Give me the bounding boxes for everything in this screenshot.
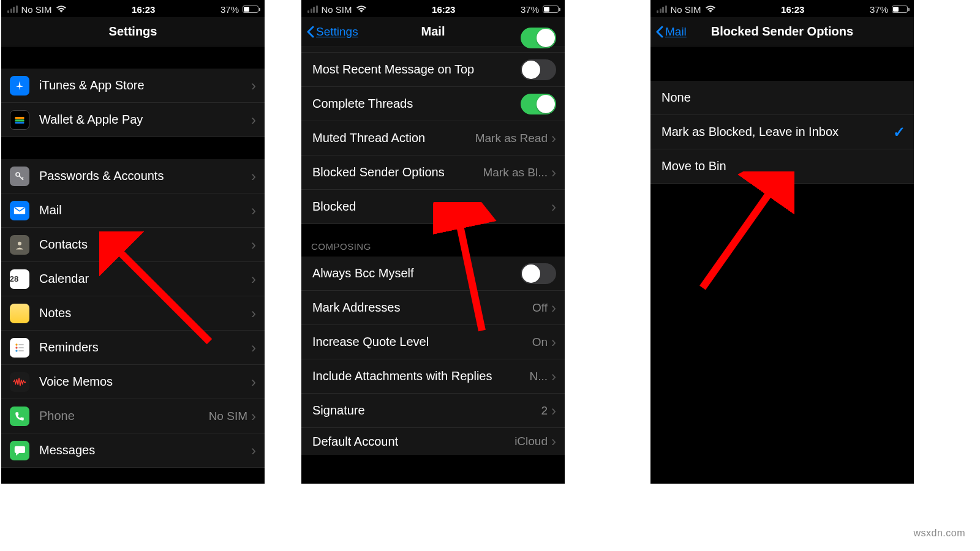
row-label: Include Attachments with Replies — [312, 369, 492, 383]
wallet-icon — [10, 110, 29, 130]
toggle-switch[interactable] — [521, 59, 556, 80]
option-none[interactable]: None — [650, 81, 914, 115]
row-value: On — [532, 335, 548, 349]
row-label: Notes — [39, 306, 71, 320]
cell-signal-icon — [657, 6, 667, 13]
row-complete-threads[interactable]: Complete Threads — [301, 87, 565, 121]
chevron-right-icon: › — [251, 340, 256, 355]
chevron-right-icon: › — [251, 238, 256, 252]
chevron-right-icon: › — [251, 169, 256, 184]
nav-bar: Settings — [1, 17, 265, 47]
clock: 16:23 — [781, 4, 804, 15]
status-bar: No SIM 16:23 37% — [650, 0, 914, 17]
chevron-left-icon — [306, 26, 315, 38]
row-label: Most Recent Message on Top — [312, 62, 474, 77]
row-label: Blocked — [312, 200, 356, 214]
battery-pct: 37% — [521, 4, 539, 15]
row-wallet-apple-pay[interactable]: Wallet & Apple Pay › — [1, 103, 265, 137]
calendar-icon: 28 — [10, 269, 29, 289]
row-label: Increase Quote Level — [312, 335, 429, 349]
row-label: Contacts — [39, 238, 88, 252]
row-label: Mail — [39, 203, 62, 217]
row-blocked-sender-options[interactable]: Blocked Sender Options Mark as Bl... › — [301, 156, 565, 190]
back-button[interactable]: Mail — [655, 25, 687, 39]
carrier-label: No SIM — [21, 4, 52, 15]
option-mark-leave-inbox[interactable]: Mark as Blocked, Leave in Inbox ✓ — [650, 115, 914, 149]
chevron-right-icon: › — [551, 200, 556, 214]
toggle-switch[interactable] — [521, 94, 556, 114]
chevron-right-icon: › — [551, 369, 556, 384]
svg-point-5 — [18, 241, 21, 245]
back-label: Settings — [316, 25, 358, 39]
row-mail[interactable]: Mail › — [1, 193, 265, 228]
svg-point-3 — [16, 173, 20, 176]
wifi-icon — [56, 5, 67, 13]
svg-line-14 — [703, 184, 776, 288]
svg-rect-2 — [15, 122, 24, 124]
row-muted-thread-action[interactable]: Muted Thread Action Mark as Read › — [301, 121, 565, 156]
row-label: Blocked Sender Options — [312, 165, 445, 179]
panel-blocked-sender-options: No SIM 16:23 37% Mail Blocked Sender Opt… — [650, 0, 914, 484]
chevron-right-icon: › — [251, 78, 256, 93]
row-label: Default Account — [312, 435, 398, 449]
back-label: Mail — [665, 25, 687, 39]
svg-point-7 — [15, 347, 17, 348]
row-include-attachments[interactable]: Include Attachments with Replies N... › — [301, 359, 565, 394]
chevron-right-icon: › — [551, 131, 556, 146]
chevron-right-icon: › — [551, 403, 556, 418]
wifi-icon — [356, 5, 367, 13]
svg-rect-1 — [15, 119, 24, 121]
annotation-arrow-icon — [690, 171, 794, 294]
row-phone[interactable]: Phone No SIM › — [1, 399, 265, 433]
chevron-right-icon: › — [551, 434, 556, 449]
chevron-right-icon: › — [251, 203, 256, 218]
svg-line-13 — [458, 214, 482, 331]
page-title: Blocked Sender Options — [711, 24, 853, 39]
toggle-switch[interactable] — [521, 263, 556, 284]
annotation-arrow-icon — [433, 202, 513, 337]
chevron-right-icon: › — [251, 306, 256, 321]
panel-settings: No SIM 16:23 37% Settings iTunes & App S… — [1, 0, 265, 484]
row-messages[interactable]: Messages › — [1, 433, 265, 468]
voice-memos-icon — [10, 372, 29, 392]
back-button[interactable]: Settings — [306, 25, 358, 39]
wifi-icon — [705, 5, 716, 13]
status-bar: No SIM 16:23 37% — [1, 0, 265, 17]
option-label: None — [662, 91, 691, 105]
row-value: N... — [529, 370, 548, 383]
appstore-icon — [10, 76, 29, 96]
row-signature[interactable]: Signature 2 › — [301, 394, 565, 428]
panel-mail: No SIM 16:23 37% Settings Mail Collapse … — [301, 0, 565, 484]
option-label: Mark as Blocked, Leave in Inbox — [662, 125, 839, 139]
row-voice-memos[interactable]: Voice Memos › — [1, 365, 265, 399]
row-value: Mark as Bl... — [483, 166, 548, 179]
row-label: Voice Memos — [39, 375, 113, 389]
reminders-icon — [10, 338, 29, 358]
row-label: Reminders — [39, 340, 99, 354]
battery-icon — [892, 6, 908, 13]
row-most-recent-top[interactable]: Most Recent Message on Top — [301, 53, 565, 87]
chevron-right-icon: › — [551, 165, 556, 180]
svg-point-8 — [15, 350, 17, 351]
clock: 16:23 — [432, 4, 455, 15]
row-value: 2 — [541, 404, 548, 418]
row-label: Always Bcc Myself — [312, 266, 414, 280]
row-passwords-accounts[interactable]: Passwords & Accounts › — [1, 159, 265, 193]
contacts-icon — [10, 235, 29, 255]
row-label: iTunes & App Store — [39, 78, 145, 92]
chevron-right-icon: › — [251, 272, 256, 287]
toggle-switch[interactable] — [521, 28, 556, 48]
status-bar: No SIM 16:23 37% — [301, 0, 565, 17]
carrier-label: No SIM — [322, 4, 352, 15]
mail-icon — [10, 201, 29, 220]
page-title: Settings — [109, 24, 157, 39]
row-label: Wallet & Apple Pay — [39, 113, 143, 127]
row-value: Off — [532, 301, 548, 315]
svg-line-12 — [111, 244, 209, 342]
svg-point-6 — [15, 343, 17, 345]
chevron-right-icon: › — [551, 301, 556, 315]
row-itunes-app-store[interactable]: iTunes & App Store › — [1, 69, 265, 103]
notes-icon — [10, 304, 29, 323]
row-default-account[interactable]: Default Account iCloud › — [301, 428, 565, 455]
checkmark-icon: ✓ — [893, 124, 905, 141]
